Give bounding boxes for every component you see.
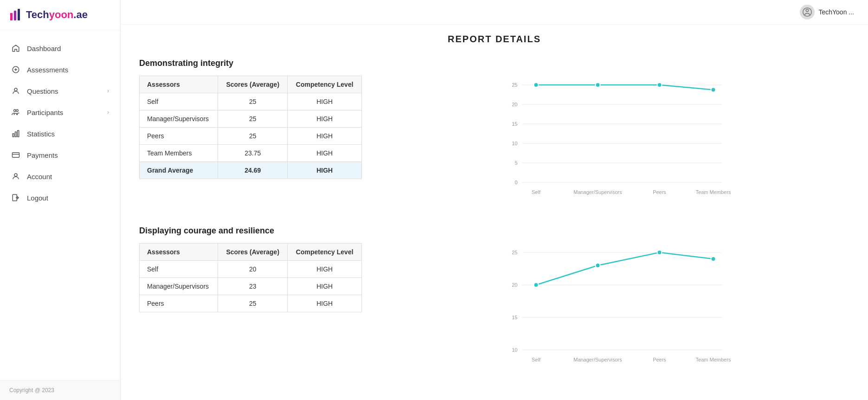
score-grand-1: 24.69 xyxy=(218,162,288,179)
level-grand-1: HIGH xyxy=(288,162,362,179)
svg-point-7 xyxy=(14,110,16,112)
svg-text:Self: Self xyxy=(532,357,541,362)
line-chart-integrity: 0 5 10 15 20 25 Self Manager/Supervisors… xyxy=(380,76,849,201)
account-icon xyxy=(11,172,20,181)
score-manager-2: 23 xyxy=(218,278,288,295)
level-self-2: HIGH xyxy=(288,261,362,278)
section-courage: Displaying courage and resilience Assess… xyxy=(139,226,849,370)
svg-point-35 xyxy=(534,83,539,87)
svg-text:20: 20 xyxy=(512,102,517,107)
svg-text:Peers: Peers xyxy=(653,189,666,195)
sidebar-item-payments[interactable]: Payments xyxy=(0,144,120,166)
chart-courage: 10 15 20 25 Self Manager/Supervisors Pee… xyxy=(380,243,849,370)
level-team-1: HIGH xyxy=(288,145,362,162)
svg-rect-9 xyxy=(13,134,14,137)
svg-text:Manager/Supervisors: Manager/Supervisors xyxy=(573,189,622,195)
sidebar-label-dashboard: Dashboard xyxy=(27,45,61,52)
level-peers-1: HIGH xyxy=(288,128,362,145)
section-body-courage: Assessors Scores (Average) Competency Le… xyxy=(139,243,849,370)
sidebar: Techyoon.ae Dashboard Assessments Questi… xyxy=(0,0,121,400)
svg-text:15: 15 xyxy=(512,315,517,320)
user-menu[interactable]: TechYoon ... xyxy=(800,5,854,19)
logo-area: Techyoon.ae xyxy=(0,0,120,30)
svg-point-53 xyxy=(657,250,662,255)
assessor-self-2: Self xyxy=(140,261,218,278)
table-row: Self 20 HIGH xyxy=(140,261,362,278)
table-row: Manager/Supervisors 25 HIGH xyxy=(140,110,362,128)
home-icon xyxy=(11,44,20,53)
svg-text:25: 25 xyxy=(512,250,517,255)
score-peers-1: 25 xyxy=(218,128,288,145)
score-manager-1: 25 xyxy=(218,110,288,128)
sidebar-item-account[interactable]: Account xyxy=(0,166,120,187)
col-header-scores-2: Scores (Average) xyxy=(218,244,288,261)
svg-point-14 xyxy=(14,174,17,176)
assessor-team-1: Team Members xyxy=(140,145,218,162)
logo-yoon: yoon xyxy=(49,9,74,20)
sidebar-item-participants[interactable]: Participants › xyxy=(0,102,120,123)
logo-tech: Tech xyxy=(26,9,49,20)
table-row: Team Members 23.75 HIGH xyxy=(140,145,362,162)
svg-text:Team Members: Team Members xyxy=(696,357,731,362)
section-body-integrity: Assessors Scores (Average) Competency Le… xyxy=(139,76,849,203)
col-header-assessors-1: Assessors xyxy=(140,76,218,93)
sidebar-label-participants: Participants xyxy=(27,109,63,116)
sidebar-label-logout: Logout xyxy=(27,194,48,202)
col-header-assessors-2: Assessors xyxy=(140,244,218,261)
table-row: Manager/Supervisors 23 HIGH xyxy=(140,278,362,295)
table-row: Peers 25 HIGH xyxy=(140,128,362,145)
user-label: TechYoon ... xyxy=(818,8,854,16)
sidebar-item-dashboard[interactable]: Dashboard xyxy=(0,38,120,59)
svg-point-54 xyxy=(711,257,716,261)
svg-point-52 xyxy=(596,263,600,268)
col-header-level-2: Competency Level xyxy=(288,244,362,261)
sidebar-item-assessments[interactable]: Assessments xyxy=(0,59,120,80)
sidebar-item-questions[interactable]: Questions › xyxy=(0,80,120,102)
assessor-manager-2: Manager/Supervisors xyxy=(140,278,218,295)
score-self-2: 20 xyxy=(218,261,288,278)
main-content: TechYoon ... REPORT DETAILS Demonstratin… xyxy=(121,0,868,400)
report-title: REPORT DETAILS xyxy=(139,34,849,45)
table-courage: Assessors Scores (Average) Competency Le… xyxy=(139,243,362,312)
svg-rect-11 xyxy=(18,130,19,137)
assessor-grand-1: Grand Average xyxy=(140,162,218,179)
svg-point-37 xyxy=(657,83,662,87)
svg-rect-12 xyxy=(13,153,19,158)
sidebar-label-statistics: Statistics xyxy=(27,130,55,138)
line-chart-courage: 10 15 20 25 Self Manager/Supervisors Pee… xyxy=(380,243,849,368)
sidebar-label-assessments: Assessments xyxy=(27,66,68,74)
user-avatar-icon xyxy=(800,5,815,19)
sidebar-label-payments: Payments xyxy=(27,151,58,159)
svg-rect-2 xyxy=(18,9,20,20)
table-row: Self 25 HIGH xyxy=(140,93,362,110)
assessments-icon xyxy=(11,65,20,74)
svg-point-51 xyxy=(534,283,539,287)
score-peers-2: 25 xyxy=(218,295,288,312)
payments-icon xyxy=(11,150,20,160)
table-row-grand-avg-1: Grand Average 24.69 HIGH xyxy=(140,162,362,179)
questions-chevron-icon: › xyxy=(107,88,109,94)
participants-icon xyxy=(11,108,20,117)
svg-text:Self: Self xyxy=(532,189,541,195)
sidebar-item-statistics[interactable]: Statistics xyxy=(0,123,120,144)
svg-point-38 xyxy=(711,88,716,92)
level-self-1: HIGH xyxy=(288,93,362,110)
assessor-peers-1: Peers xyxy=(140,128,218,145)
sidebar-item-logout[interactable]: Logout xyxy=(0,187,120,208)
svg-point-36 xyxy=(596,83,600,87)
topbar: TechYoon ... xyxy=(121,0,868,25)
svg-text:5: 5 xyxy=(514,160,517,166)
logout-icon xyxy=(11,193,20,202)
svg-text:10: 10 xyxy=(512,347,517,353)
assessor-peers-2: Peers xyxy=(140,295,218,312)
section-title-integrity: Demonstrating integrity xyxy=(139,58,849,68)
svg-text:15: 15 xyxy=(512,121,517,127)
logo-icon xyxy=(9,8,22,21)
assessor-manager-1: Manager/Supervisors xyxy=(140,110,218,128)
sidebar-label-account: Account xyxy=(27,173,52,181)
chart-integrity: 0 5 10 15 20 25 Self Manager/Supervisors… xyxy=(380,76,849,203)
nav-menu: Dashboard Assessments Questions › Partic… xyxy=(0,30,120,380)
svg-text:20: 20 xyxy=(512,282,517,288)
svg-point-8 xyxy=(16,110,19,112)
participants-chevron-icon: › xyxy=(107,109,109,116)
